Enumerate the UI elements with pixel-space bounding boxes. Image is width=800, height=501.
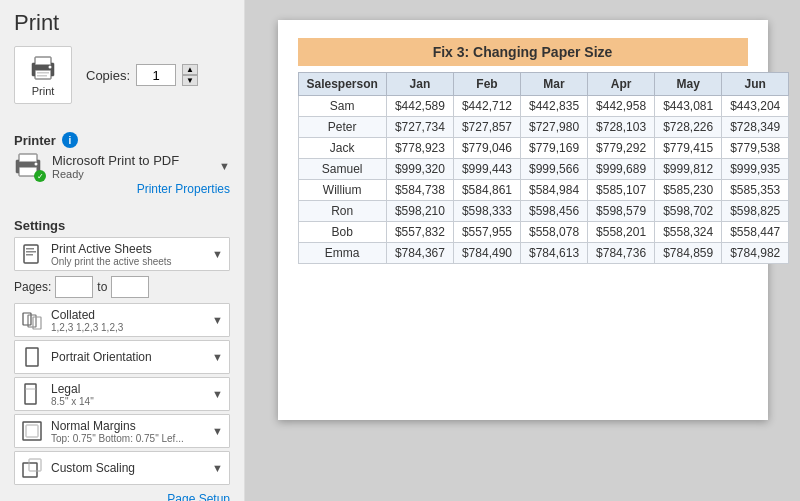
svg-rect-23 (29, 459, 41, 471)
table-cell: $999,812 (655, 159, 722, 180)
table-cell: $778,923 (386, 138, 453, 159)
table-cell: $584,861 (453, 180, 520, 201)
table-cell: $557,832 (386, 222, 453, 243)
table-row: Samuel$999,320$999,443$999,566$999,689$9… (298, 159, 789, 180)
table-cell: $442,712 (453, 96, 520, 117)
table-cell: $999,443 (453, 159, 520, 180)
table-cell: $585,353 (722, 180, 789, 201)
printer-info: Microsoft Print to PDF Ready (52, 153, 211, 180)
table-cell: $598,702 (655, 201, 722, 222)
table-cell: $442,835 (521, 96, 588, 117)
print-button[interactable]: Print (14, 46, 72, 104)
collate-icon (21, 309, 43, 331)
page-setup-link[interactable]: Page Setup (14, 492, 230, 501)
svg-point-5 (49, 65, 52, 68)
table-cell: $784,859 (655, 243, 722, 264)
table-row: Bob$557,832$557,955$558,078$558,201$558,… (298, 222, 789, 243)
setting-collated-text: Collated 1,2,3 1,2,3 1,2,3 (51, 308, 204, 333)
svg-rect-17 (26, 348, 38, 366)
table-header-cell: Salesperson (298, 73, 386, 96)
settings-section-header: Settings (14, 218, 230, 233)
ready-check-icon: ✓ (34, 170, 46, 182)
copies-down-button[interactable]: ▼ (182, 75, 198, 86)
printer-status: Ready (52, 168, 211, 180)
pages-to-label: to (97, 280, 107, 294)
setting-2-arrow: ▼ (212, 351, 223, 363)
svg-rect-13 (26, 254, 33, 256)
svg-rect-12 (26, 251, 36, 253)
setting-paper-text: Legal 8.5" x 14" (51, 382, 204, 407)
table-header-cell: Feb (453, 73, 520, 96)
table-cell: $779,292 (588, 138, 655, 159)
table-body: Sam$442,589$442,712$442,835$442,958$443,… (298, 96, 789, 264)
setting-custom-scaling[interactable]: Custom Scaling ▼ (14, 451, 230, 485)
table-row: Sam$442,589$442,712$442,835$442,958$443,… (298, 96, 789, 117)
info-icon[interactable]: i (62, 132, 78, 148)
table-cell: $779,169 (521, 138, 588, 159)
table-cell: Emma (298, 243, 386, 264)
printer-properties-link[interactable]: Printer Properties (14, 182, 230, 196)
page-title: Print (14, 10, 230, 36)
setting-3-arrow: ▼ (212, 388, 223, 400)
table-cell: $598,333 (453, 201, 520, 222)
svg-rect-18 (25, 384, 36, 404)
left-panel: Print Print Copies: ▲ ▼ Printer i (0, 0, 245, 501)
printer-icon-wrap: ✓ (14, 152, 44, 180)
table-cell: $442,958 (588, 96, 655, 117)
setting-orientation[interactable]: Portrait Orientation ▼ (14, 340, 230, 374)
table-cell: $999,689 (588, 159, 655, 180)
table-cell: $557,955 (453, 222, 520, 243)
printer-row: ✓ Microsoft Print to PDF Ready ▼ (14, 152, 230, 180)
setting-paper-size[interactable]: Legal 8.5" x 14" ▼ (14, 377, 230, 411)
setting-orientation-text: Portrait Orientation (51, 350, 204, 364)
svg-rect-1 (35, 57, 51, 65)
table-cell: $728,226 (655, 117, 722, 138)
print-icon (29, 54, 57, 82)
pages-to-input[interactable] (111, 276, 149, 298)
table-cell: $598,825 (722, 201, 789, 222)
paper-size-icon (21, 383, 43, 405)
table-cell: $779,538 (722, 138, 789, 159)
svg-rect-21 (26, 425, 38, 437)
table-cell: $779,046 (453, 138, 520, 159)
table-cell: Peter (298, 117, 386, 138)
table-cell: Samuel (298, 159, 386, 180)
preview-sheet: Fix 3: Changing Paper Size SalespersonJa… (278, 20, 768, 420)
setting-0-arrow: ▼ (212, 248, 223, 260)
copies-area: Copies: ▲ ▼ (86, 64, 198, 86)
table-cell: Bob (298, 222, 386, 243)
pages-from-input[interactable] (55, 276, 93, 298)
table-header-cell: Jun (722, 73, 789, 96)
copies-input[interactable] (136, 64, 176, 86)
table-cell: $999,320 (386, 159, 453, 180)
table-cell: $585,230 (655, 180, 722, 201)
data-table: SalespersonJanFebMarAprMayJun Sam$442,58… (298, 72, 790, 264)
table-cell: $558,078 (521, 222, 588, 243)
setting-margins[interactable]: Normal Margins Top: 0.75" Bottom: 0.75" … (14, 414, 230, 448)
table-row: Ron$598,210$598,333$598,456$598,579$598,… (298, 201, 789, 222)
setting-5-arrow: ▼ (212, 462, 223, 474)
table-row: Emma$784,367$784,490$784,613$784,736$784… (298, 243, 789, 264)
setting-print-active-sheets[interactable]: Print Active Sheets Only print the activ… (14, 237, 230, 271)
table-header-cell: Mar (521, 73, 588, 96)
printer-dropdown-arrow[interactable]: ▼ (219, 160, 230, 172)
table-cell: Willium (298, 180, 386, 201)
table-cell: $999,935 (722, 159, 789, 180)
scaling-icon (21, 457, 43, 479)
setting-collated[interactable]: Collated 1,2,3 1,2,3 1,2,3 ▼ (14, 303, 230, 337)
table-cell: $585,107 (588, 180, 655, 201)
setting-margins-text: Normal Margins Top: 0.75" Bottom: 0.75" … (51, 419, 204, 444)
table-cell: $784,367 (386, 243, 453, 264)
copies-up-button[interactable]: ▲ (182, 64, 198, 75)
table-title: Fix 3: Changing Paper Size (298, 38, 748, 66)
table-cell: $999,566 (521, 159, 588, 180)
pages-row: Pages: to (14, 274, 230, 300)
table-cell: Sam (298, 96, 386, 117)
table-cell: $598,579 (588, 201, 655, 222)
setting-scaling-text: Custom Scaling (51, 461, 204, 475)
printer-name: Microsoft Print to PDF (52, 153, 211, 168)
table-cell: $558,324 (655, 222, 722, 243)
table-cell: $443,204 (722, 96, 789, 117)
setting-4-arrow: ▼ (212, 425, 223, 437)
table-cell: $442,589 (386, 96, 453, 117)
